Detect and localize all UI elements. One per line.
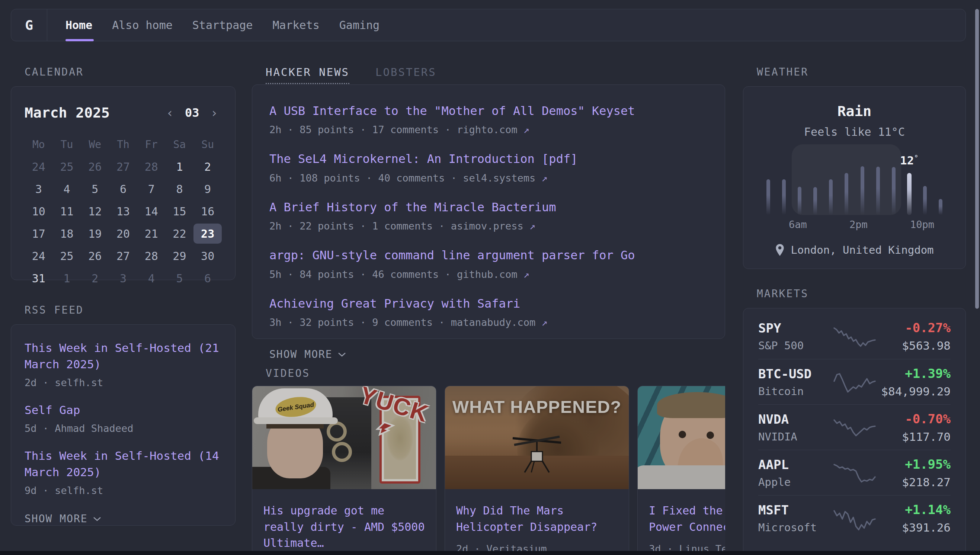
- calendar-day[interactable]: 18: [53, 223, 81, 244]
- calendar-day[interactable]: 1: [53, 268, 81, 288]
- calendar-day[interactable]: 17: [24, 223, 53, 244]
- nav-tab-gaming[interactable]: Gaming: [339, 9, 380, 41]
- calendar-day[interactable]: 15: [165, 201, 194, 221]
- calendar-day[interactable]: 21: [137, 223, 165, 244]
- market-change: +1.95%: [876, 457, 951, 472]
- markets-header: MARKETS: [743, 287, 966, 300]
- weather-header: WEATHER: [743, 66, 966, 78]
- rss-item-meta: 5d · Ahmad Shadeed: [24, 423, 222, 434]
- calendar-day[interactable]: 29: [165, 246, 194, 266]
- calendar-day[interactable]: 25: [53, 157, 81, 177]
- rss-widget: This Week in Self-Hosted (21 March 2025)…: [11, 324, 236, 526]
- calendar-day[interactable]: 6: [194, 268, 222, 288]
- external-link-icon[interactable]: ↗: [523, 124, 529, 135]
- nav-tabs: Home Also home Startpage Markets Gaming: [47, 9, 380, 41]
- calendar-day[interactable]: 4: [137, 268, 165, 288]
- calendar-day[interactable]: 30: [194, 246, 222, 266]
- calendar-day[interactable]: 10: [24, 201, 53, 221]
- video-title[interactable]: His upgrade got me really dirty - AMD $5…: [263, 502, 425, 551]
- weather-bar: [861, 166, 864, 215]
- calendar-day[interactable]: 5: [165, 268, 194, 288]
- calendar-day[interactable]: 11: [53, 201, 81, 221]
- market-row[interactable]: MSFT Microsoft +1.14% $391.26: [758, 495, 951, 541]
- app-logo[interactable]: G: [11, 9, 47, 41]
- calendar-day[interactable]: 7: [137, 179, 165, 199]
- calendar-day[interactable]: 27: [109, 157, 137, 177]
- external-link-icon[interactable]: ↗: [523, 269, 529, 280]
- news-item-title[interactable]: A Brief History of the Miracle Bacterium: [269, 199, 708, 216]
- weather-location-text: London, United Kingdom: [791, 244, 933, 256]
- calendar-day[interactable]: 26: [81, 157, 109, 177]
- rss-item-title[interactable]: This Week in Self-Hosted (21 March 2025): [24, 340, 222, 372]
- video-thumbnail: Geek Squad YUCK: [252, 386, 436, 489]
- calendar-prev-icon[interactable]: ‹: [166, 106, 174, 119]
- calendar-day[interactable]: 3: [109, 268, 137, 288]
- video-card[interactable]: Geek Squad YUCK His upgrade got me reall…: [252, 386, 436, 555]
- rss-item-meta: 9d · selfh.st: [24, 485, 222, 496]
- calendar-day[interactable]: 26: [81, 246, 109, 266]
- calendar-day[interactable]: 24: [24, 246, 53, 266]
- calendar-day[interactable]: 2: [81, 268, 109, 288]
- market-change: -0.70%: [876, 411, 951, 426]
- video-title[interactable]: Why Did The Mars Helicopter Disappear?: [456, 502, 618, 535]
- video-card[interactable]: WHAT HAPPENED?: [444, 386, 629, 555]
- market-name: Bitcoin: [758, 385, 832, 398]
- calendar-day[interactable]: 24: [24, 157, 53, 177]
- external-link-icon[interactable]: ↗: [542, 316, 548, 328]
- calendar-day[interactable]: 28: [137, 246, 165, 266]
- market-price: $563.98: [876, 339, 951, 352]
- market-row[interactable]: NVDA NVIDIA -0.70% $117.70: [758, 404, 951, 450]
- calendar-day[interactable]: 14: [137, 201, 165, 221]
- calendar-next-icon[interactable]: ›: [210, 106, 218, 119]
- scrollbar-thumb[interactable]: [975, 9, 979, 309]
- video-title[interactable]: I Fixed the 5 Power Connect: [649, 502, 725, 535]
- calendar-day[interactable]: 25: [53, 246, 81, 266]
- news-item-title[interactable]: The SeL4 Microkernel: An Introduction [p…: [269, 151, 708, 167]
- calendar-day-selected[interactable]: 23: [194, 223, 222, 244]
- calendar-weekday: We: [81, 134, 109, 154]
- calendar-day[interactable]: 28: [137, 157, 165, 177]
- rss-show-more-button[interactable]: SHOW MORE: [24, 513, 222, 525]
- news-item-meta: 3h · 32 points · 9 comments · matanabudy…: [269, 316, 708, 328]
- weather-time-label: 2pm: [849, 219, 868, 230]
- calendar-day[interactable]: 4: [53, 179, 81, 199]
- calendar-day[interactable]: 19: [81, 223, 109, 244]
- rss-item-title[interactable]: Self Gap: [24, 402, 222, 418]
- calendar-day[interactable]: 3: [24, 179, 53, 199]
- market-row[interactable]: SPY S&P 500 -0.27% $563.98: [758, 314, 951, 359]
- calendar-day[interactable]: 8: [165, 179, 194, 199]
- market-name: Apple: [758, 476, 832, 488]
- calendar-day[interactable]: 27: [109, 246, 137, 266]
- tab-lobsters[interactable]: LOBSTERS: [375, 66, 436, 83]
- calendar-day[interactable]: 6: [109, 179, 137, 199]
- calendar-day[interactable]: 12: [81, 201, 109, 221]
- nav-tab-home[interactable]: Home: [66, 9, 92, 41]
- calendar-day[interactable]: 16: [194, 201, 222, 221]
- news-item-title[interactable]: Achieving Great Privacy with Safari: [269, 295, 708, 312]
- news-item-meta: 5h · 84 points · 46 comments · github.co…: [269, 269, 708, 280]
- weather-bar-slot: [792, 149, 807, 215]
- rss-item-title[interactable]: This Week in Self-Hosted (14 March 2025): [24, 448, 222, 480]
- market-row[interactable]: AAPL Apple +1.95% $218.27: [758, 450, 951, 495]
- calendar-day[interactable]: 5: [81, 179, 109, 199]
- calendar-day[interactable]: 22: [165, 223, 194, 244]
- nav-tab-startpage[interactable]: Startpage: [192, 9, 253, 41]
- video-card[interactable]: DO TH T I Fixed the 5 Power Connect 3d ·…: [637, 386, 725, 555]
- news-item-title[interactable]: argp: GNU-style command line argument pa…: [269, 247, 708, 264]
- calendar-day[interactable]: 1: [165, 157, 194, 177]
- calendar-day[interactable]: 2: [194, 157, 222, 177]
- calendar-day[interactable]: 31: [24, 268, 53, 288]
- calendar-weekday: Su: [194, 134, 222, 154]
- external-link-icon[interactable]: ↗: [542, 172, 548, 184]
- tab-hacker-news[interactable]: HACKER NEWS: [266, 66, 350, 84]
- calendar-day[interactable]: 20: [109, 223, 137, 244]
- market-row[interactable]: BTC-USD Bitcoin +1.39% $84,999.29: [758, 359, 951, 404]
- calendar-day[interactable]: 13: [109, 201, 137, 221]
- market-price: $218.27: [876, 475, 951, 489]
- external-link-icon[interactable]: ↗: [529, 220, 536, 232]
- calendar-day[interactable]: 9: [194, 179, 222, 199]
- news-show-more-button[interactable]: SHOW MORE: [269, 348, 708, 361]
- news-item-title[interactable]: A USB Interface to the "Mother of All De…: [269, 103, 708, 119]
- nav-tab-markets[interactable]: Markets: [272, 9, 319, 41]
- nav-tab-also-home[interactable]: Also home: [112, 9, 173, 41]
